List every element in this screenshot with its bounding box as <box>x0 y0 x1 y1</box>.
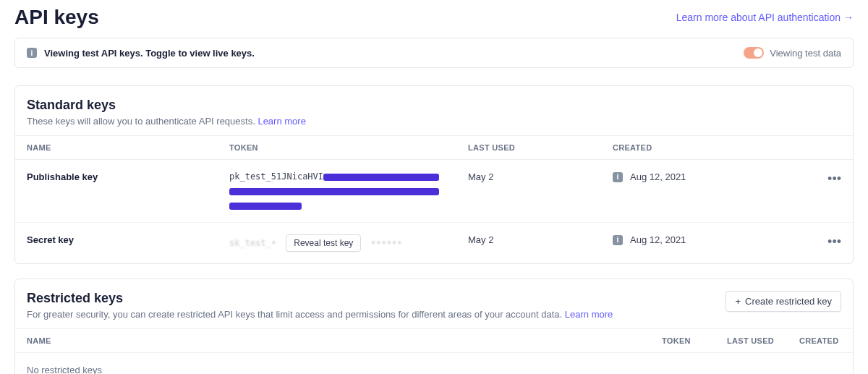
more-horizontal-icon: ••• <box>827 171 841 186</box>
col-last-used: LAST USED <box>715 329 788 353</box>
col-name: NAME <box>15 329 650 353</box>
redacted-token-part <box>323 174 439 181</box>
token-cell: sk_test_• Reveal test key •••••• <box>218 223 456 264</box>
learn-more-auth-link[interactable]: Learn more about API authentication → <box>676 12 854 23</box>
restricted-keys-table: NAME TOKEN LAST USED CREATED No restrict… <box>15 328 853 374</box>
table-row: Publishable key pk_test_51JNicaHVI May 2… <box>15 160 853 223</box>
restricted-keys-description: For greater security, you can create res… <box>27 309 562 320</box>
last-used: May 2 <box>456 160 601 223</box>
created-date: Aug 12, 2021 <box>630 171 686 182</box>
restricted-keys-section: Restricted keys For greater security, yo… <box>14 279 854 374</box>
key-name: Secret key <box>15 223 218 264</box>
learn-more-auth-label: Learn more about API authentication <box>676 12 841 23</box>
banner-message: Viewing test API keys. Toggle to view li… <box>44 48 255 59</box>
standard-learn-more-link[interactable]: Learn more <box>258 116 305 127</box>
create-button-label: Create restricted key <box>745 296 832 307</box>
arrow-right-icon: → <box>843 12 854 23</box>
standard-keys-section: Standard keys These keys will allow you … <box>14 85 854 264</box>
col-name: NAME <box>15 136 218 160</box>
reveal-key-button[interactable]: Reveal test key <box>286 234 361 252</box>
info-icon: i <box>613 235 623 245</box>
col-created: CREATED <box>601 136 816 160</box>
empty-state-text: No restricted keys <box>15 353 853 375</box>
redacted-token-part <box>229 203 302 210</box>
secret-blur-left: sk_test_• <box>229 238 276 248</box>
plus-icon: + <box>735 296 741 307</box>
redacted-token-part <box>229 188 439 195</box>
created-date: Aug 12, 2021 <box>630 234 686 245</box>
toggle-label: Viewing test data <box>770 48 841 59</box>
col-last-used: LAST USED <box>456 136 601 160</box>
token-cell[interactable]: pk_test_51JNicaHVI <box>218 160 456 223</box>
empty-state-row: No restricted keys <box>15 353 853 375</box>
standard-keys-title: Standard keys <box>27 98 306 113</box>
col-created: CREATED <box>788 329 853 353</box>
standard-keys-table: NAME TOKEN LAST USED CREATED Publishable… <box>15 135 853 263</box>
test-mode-banner: i Viewing test API keys. Toggle to view … <box>14 38 854 68</box>
create-restricted-key-button[interactable]: + Create restricted key <box>726 291 841 312</box>
last-used: May 2 <box>456 223 601 264</box>
more-horizontal-icon: ••• <box>827 234 841 249</box>
info-icon: i <box>27 48 37 58</box>
page-title: API keys <box>14 6 99 29</box>
row-actions-button[interactable]: ••• <box>816 223 853 264</box>
col-token: TOKEN <box>218 136 456 160</box>
test-mode-toggle[interactable] <box>744 47 764 59</box>
restricted-keys-title: Restricted keys <box>27 291 613 306</box>
secret-blur-right: •••••• <box>371 238 402 248</box>
table-row: Secret key sk_test_• Reveal test key •••… <box>15 223 853 264</box>
token-prefix: pk_test_51JNicaHVI <box>229 171 323 182</box>
key-name: Publishable key <box>15 160 218 223</box>
standard-keys-description: These keys will allow you to authenticat… <box>27 116 255 127</box>
restricted-learn-more-link[interactable]: Learn more <box>565 309 613 320</box>
col-token: TOKEN <box>650 329 715 353</box>
info-icon: i <box>613 172 623 182</box>
toggle-knob <box>754 48 762 57</box>
row-actions-button[interactable]: ••• <box>816 160 853 223</box>
